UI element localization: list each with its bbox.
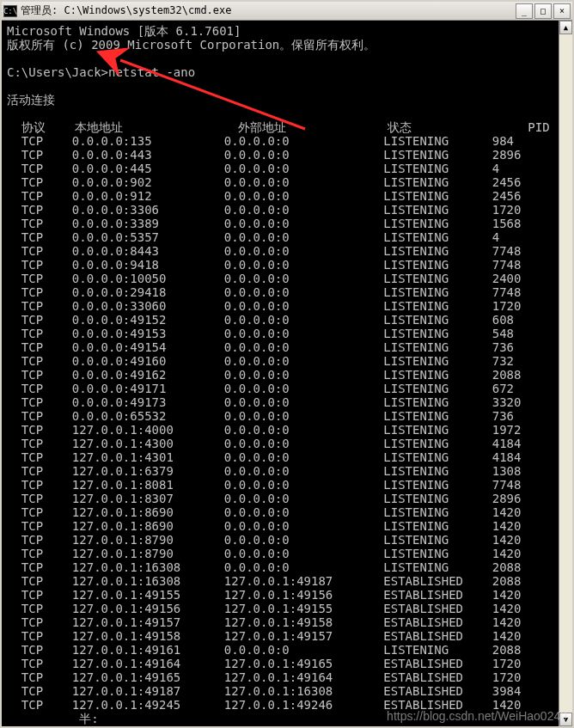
cmd-icon: C:\ [3,5,17,17]
watermark-text: https://blog.csdn.net/WeiHao0240 [387,709,567,723]
titlebar[interactable]: C:\ 管理员: C:\Windows\system32\cmd.exe _ □… [2,2,572,21]
scroll-up-button[interactable]: ▲ [559,21,572,34]
cmd-window: C:\ 管理员: C:\Windows\system32\cmd.exe _ □… [0,0,574,728]
terminal-output[interactable]: Microsoft Windows [版本 6.1.7601] 版权所有 (c)… [2,21,572,726]
close-button[interactable]: × [553,3,571,19]
scrollbar-vertical[interactable]: ▲ ▼ [559,21,572,726]
window-buttons: _ □ × [516,3,571,19]
scroll-track[interactable] [559,34,572,713]
window-title: 管理员: C:\Windows\system32\cmd.exe [21,3,516,18]
minimize-button[interactable]: _ [516,3,533,19]
maximize-button[interactable]: □ [534,3,552,19]
